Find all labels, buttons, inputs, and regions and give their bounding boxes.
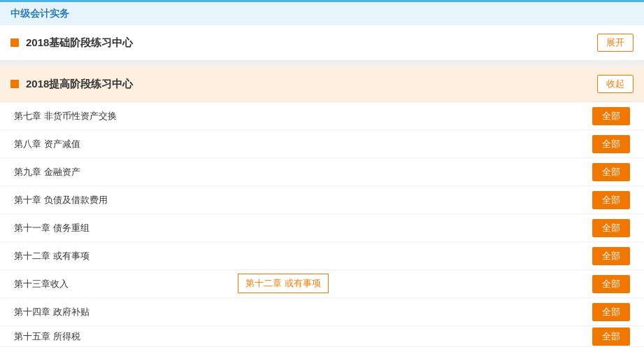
advanced-section-title: 2018提高阶段练习中心	[26, 78, 133, 91]
chapter-btn[interactable]: 全部	[592, 219, 630, 237]
basic-section-square	[10, 38, 19, 47]
app-title: 中级会计实务	[10, 8, 69, 20]
advanced-section-left: 2018提高阶段练习中心	[10, 78, 133, 91]
chapter-row: 第十二章 或有事项 全部	[0, 242, 644, 270]
basic-section: 2018基础阶段练习中心 展开	[0, 25, 644, 61]
main-content: 2018基础阶段练习中心 展开 2018提高阶段练习中心 收起 第七章 非货币性…	[0, 25, 644, 359]
chapter-btn[interactable]: 全部	[592, 191, 630, 209]
chapter-list: 第七章 非货币性资产交换 全部 第八章 资产减值 全部 第九章 金融资产 全部 …	[0, 102, 644, 359]
basic-section-left: 2018基础阶段练习中心	[10, 36, 133, 50]
chapter-btn[interactable]: 全部	[592, 247, 630, 265]
advanced-section-header: 2018提高阶段练习中心 收起	[0, 66, 644, 102]
chapter-name: 第十二章 或有事项	[14, 250, 90, 262]
advanced-section: 2018提高阶段练习中心 收起 第七章 非货币性资产交换 全部 第八章 资产减值…	[0, 66, 644, 359]
advanced-collapse-button[interactable]: 收起	[597, 75, 634, 93]
chapter-row: 第九章 金融资产 全部	[0, 158, 644, 186]
chapter-btn[interactable]: 全部	[592, 328, 630, 346]
separator	[0, 61, 644, 66]
chapter-name: 第十三章收入	[14, 278, 69, 290]
chapter-name: 第十章 负债及借款费用	[14, 194, 108, 206]
chapter-name: 第十一章 债务重组	[14, 222, 90, 234]
advanced-section-square	[10, 80, 19, 88]
chapter-btn[interactable]: 全部	[592, 107, 630, 125]
chapter-row: 第十章 负债及借款费用 全部	[0, 186, 644, 214]
chapter-btn[interactable]: 全部	[592, 303, 630, 321]
basic-expand-button[interactable]: 展开	[597, 34, 634, 52]
chapter-name: 第十五章 所得税	[14, 330, 80, 343]
chapter-btn[interactable]: 全部	[592, 163, 630, 181]
chapter-name: 第七章 非货币性资产交换	[14, 110, 117, 122]
basic-section-header: 2018基础阶段练习中心 展开	[0, 25, 644, 61]
basic-section-title: 2018基础阶段练习中心	[26, 36, 133, 50]
chapter-name: 第十四章 政府补贴	[14, 306, 90, 318]
chapter-tooltip: 第十二章 或有事项	[238, 274, 329, 293]
chapter-row-partial: 第十五章 所得税 全部	[0, 326, 644, 347]
chapter-row: 第七章 非货币性资产交换 全部	[0, 102, 644, 130]
chapter-row: 第八章 资产减值 全部	[0, 130, 644, 158]
top-header: 中级会计实务	[0, 0, 644, 25]
chapter-btn[interactable]: 全部	[592, 275, 630, 293]
chapter-name: 第八章 资产减值	[14, 138, 80, 150]
chapter-btn[interactable]: 全部	[592, 135, 630, 153]
chapter-row: 第十四章 政府补贴 全部	[0, 298, 644, 326]
chapter-name: 第九章 金融资产	[14, 166, 80, 178]
chapter-row-with-tooltip: 第十三章收入 第十二章 或有事项 全部	[0, 270, 644, 298]
chapter-row: 第十一章 债务重组 全部	[0, 214, 644, 242]
